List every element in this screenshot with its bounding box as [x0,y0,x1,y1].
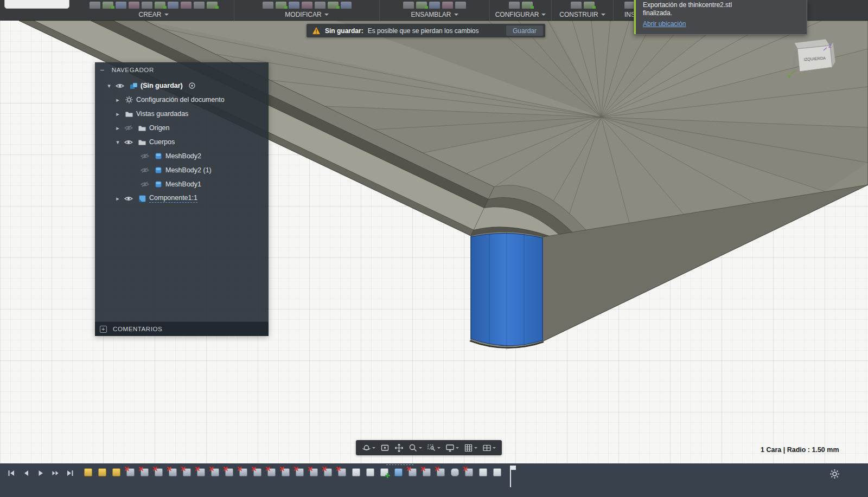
timeline-feature-mesh-icon[interactable] [126,468,135,476]
visibility-eye-icon[interactable] [113,83,126,89]
viewcube[interactable]: IZQUIERDA SUPERIOR Y Z [786,34,842,85]
timeline-settings-button[interactable] [829,469,840,481]
toolbar-tool-icon[interactable] [416,2,427,9]
timeline-feature-mesh-icon[interactable] [253,468,261,476]
expander-right-icon[interactable]: ▸ [113,195,122,202]
toolbar-tool-icon[interactable] [429,2,440,9]
toolbar-menu-crear[interactable]: CREAR [73,9,234,21]
toolbar-menu-configurar[interactable]: CONFIGURAR [490,9,551,21]
expander-right-icon[interactable]: ▸ [113,125,122,132]
timeline-feature-mesh-icon[interactable] [141,468,149,476]
visibility-eye-icon[interactable] [122,196,135,202]
toolbar-menu-ensamblar[interactable]: ENSAMBLAR [380,9,489,21]
step-back-button[interactable] [20,467,32,480]
play-button[interactable] [35,467,47,480]
viewports-button[interactable] [481,443,497,453]
timeline-feature-mesh-icon[interactable] [267,468,276,476]
visibility-off-eye-icon[interactable] [122,125,135,131]
visibility-off-eye-icon[interactable] [138,153,151,159]
tree-item-bodies[interactable]: ▾ Cuerpos [95,135,269,149]
toolbar-menu-modificar[interactable]: MODIFICAR [234,9,379,21]
timeline-feature-mesh-icon[interactable] [225,468,233,476]
toolbar-tool-icon[interactable] [571,2,582,9]
toolbar-icon-row[interactable] [490,0,551,9]
expander-down-icon[interactable]: ▾ [105,82,113,89]
timeline-feature-mesh-icon[interactable] [155,468,163,476]
skip-to-end-button[interactable] [64,467,76,480]
selected-fillet-face[interactable] [470,232,544,350]
toolbar-tool-icon[interactable] [289,2,299,9]
window-zoom-button[interactable] [425,443,442,453]
display-settings-button[interactable] [444,443,461,453]
timeline-feature-mesh-icon[interactable] [310,468,318,476]
timeline-feature-doc-icon[interactable] [366,468,374,476]
timeline-feature-doc-icon[interactable] [352,468,360,476]
timeline-feature-mesh-icon[interactable] [183,468,191,476]
toolbar-tool-icon[interactable] [103,2,113,9]
toolbar-tool-icon[interactable] [142,2,152,9]
look-at-button[interactable] [379,443,391,453]
tree-item-saved-views[interactable]: ▸ Vistas guardadas [95,107,269,121]
tree-item-document-settings[interactable]: ▸ Configuración del documento [95,93,269,107]
visibility-off-eye-icon[interactable] [138,181,151,188]
comments-section[interactable]: + COMENTARIOS [95,321,269,336]
toolbar-tool-icon[interactable] [455,2,466,9]
toolbar-tool-icon[interactable] [315,2,326,9]
toolbar-tool-icon[interactable] [522,2,533,9]
toolbar-tool-icon[interactable] [263,2,273,9]
toolbar-menu-construir[interactable]: CONSTRUIR [552,9,613,21]
toolbar-icon-row[interactable] [380,0,489,9]
timeline-feature-doc-plus-icon[interactable] [380,468,388,476]
timeline-feature-mesh-icon[interactable] [465,468,473,476]
timeline-feature-form-icon[interactable] [84,468,92,476]
expander-right-icon[interactable]: ▸ [113,96,122,104]
timeline-feature-mesh-icon[interactable] [211,468,219,476]
save-button[interactable]: Guardar [506,25,543,36]
timeline-feature-mesh-icon[interactable] [197,468,205,476]
timeline-feature-mesh-icon[interactable] [239,468,247,476]
toolbar-tool-icon[interactable] [194,2,205,9]
timeline-feature-doc-blue-icon[interactable] [394,468,403,476]
step-forward-button[interactable] [49,467,61,480]
tree-item-meshbody[interactable]: MeshBody2 [95,149,269,163]
toolbar-tool-icon[interactable] [207,2,218,9]
tree-item-meshbody[interactable]: MeshBody1 [95,177,269,191]
timeline-feature-mesh-icon[interactable] [282,468,290,476]
timeline-position-marker[interactable] [510,466,518,487]
toolbar-tool-icon[interactable] [90,2,100,9]
timeline-feature-doc-icon[interactable] [493,468,501,476]
toolbar-tool-icon[interactable] [442,2,453,9]
zoom-button[interactable] [407,443,424,453]
timeline-feature-form-icon[interactable] [112,468,120,476]
timeline-feature-body-icon[interactable] [451,468,459,476]
expander-down-icon[interactable]: ▾ [113,139,122,146]
timeline-feature-doc-icon[interactable] [479,468,487,476]
timeline-feature-mesh-icon[interactable] [169,468,177,476]
toolbar-tool-icon[interactable] [168,2,178,9]
toolbar-tool-icon[interactable] [276,2,286,9]
toolbar-tool-icon[interactable] [403,2,414,9]
toolbar-tool-icon[interactable] [155,2,165,9]
toolbar-tool-icon[interactable] [181,2,192,9]
toolbar-tool-icon[interactable] [341,2,352,9]
grid-settings-button[interactable] [462,443,479,453]
quick-access-box[interactable] [4,0,69,9]
timeline-feature-form-icon[interactable] [98,468,106,476]
visibility-eye-icon[interactable] [122,139,135,145]
toolbar-icon-row[interactable] [552,0,613,9]
activate-radio-icon[interactable] [188,82,196,89]
visibility-off-eye-icon[interactable] [138,167,151,173]
toolbar-tool-icon[interactable] [116,2,126,9]
timeline-feature-mesh-icon[interactable] [409,468,417,476]
add-comment-icon[interactable]: + [100,326,107,333]
expander-right-icon[interactable]: ▸ [113,111,122,118]
pan-button[interactable] [393,443,405,453]
tree-item-component[interactable]: ▸ Componente1:1 [95,191,269,205]
orbit-button[interactable] [360,443,377,453]
toolbar-tool-icon[interactable] [328,2,339,9]
timeline-feature-mesh-icon[interactable] [437,468,445,476]
toolbar-tool-icon[interactable] [584,2,595,9]
collapse-icon[interactable]: − [100,66,105,74]
timeline-feature-mesh-icon[interactable] [423,468,431,476]
toolbar-icon-row[interactable] [234,0,379,9]
